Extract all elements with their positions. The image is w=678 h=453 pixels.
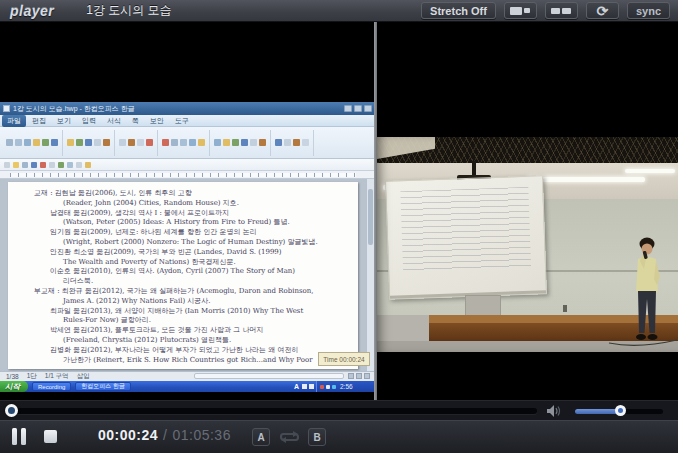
seek-thumb[interactable]: [5, 404, 18, 417]
ribbon-icon[interactable]: [42, 139, 49, 146]
ribbon-icon[interactable]: [128, 139, 135, 146]
player-logo: player: [10, 3, 54, 19]
repeat-a-button[interactable]: A: [252, 428, 270, 446]
screen-capture-video-pane[interactable]: 1강 도시의 모습.hwp - 한컴오피스 한글 파일편집보기입력서식쪽보안도구…: [0, 22, 374, 400]
ab-loop-icon[interactable]: [279, 430, 300, 444]
ribbon-icon[interactable]: [302, 139, 309, 146]
video-player-app: player 1강 도시의 모습 Stretch Off ⟳ sync 1강: [0, 0, 678, 453]
hwp-menu-tab-6[interactable]: 보안: [145, 115, 169, 127]
ribbon-icon[interactable]: [51, 139, 58, 146]
ribbon-icon[interactable]: [180, 139, 187, 146]
taskbar-task-1: 한컴오피스 한글: [75, 382, 131, 391]
tray-icon-red: [320, 385, 324, 389]
ribbon-icon[interactable]: [76, 139, 83, 146]
ime-icon: [302, 384, 307, 389]
ribbon-icon[interactable]: [162, 139, 169, 146]
ribbon-icon[interactable]: [259, 139, 266, 146]
document-line: 임기원 옮김(2009), 넌제로: 하나된 세계를 향한 인간 운명의 논리: [8, 228, 358, 238]
sync-button[interactable]: sync: [627, 2, 670, 19]
repeat-b-button[interactable]: B: [308, 428, 326, 446]
ribbon-icon[interactable]: [189, 139, 196, 146]
ribbon-icon[interactable]: [94, 139, 101, 146]
time-separator: /: [163, 427, 167, 443]
transport-row: 00:00:24 / 01:05:36 A B: [0, 420, 678, 453]
stop-button[interactable]: [44, 430, 57, 443]
volume-thumb[interactable]: [615, 405, 626, 416]
hwp-horizontal-scrollbar: [194, 373, 344, 379]
document-line: 이순호 옮김(2010), 인류의 역사. (Aydon, Cyril (200…: [8, 267, 358, 277]
ribbon-icon[interactable]: [198, 139, 205, 146]
document-line: 가난한가 (Reinert, Erik S. How Rich Countrie…: [8, 356, 358, 366]
hwp-menu-tab-7[interactable]: 도구: [170, 115, 194, 127]
hwp-titlebar: 1강 도시의 모습.hwp - 한컴오피스 한글: [0, 102, 374, 115]
layout-left-large-icon: [510, 7, 530, 15]
document-line: 교재 : 김현남 옮김(2006), 도시, 인류 최후의 고향: [8, 189, 358, 199]
hwp-quick-toolbar: [0, 159, 374, 171]
hwp-menubar: 파일편집보기입력서식쪽보안도구: [0, 115, 374, 127]
hwp-menu-tab-2[interactable]: 보기: [52, 115, 76, 127]
ribbon-icon[interactable]: [33, 139, 40, 146]
toolbar-icon[interactable]: [49, 162, 55, 168]
toolbar-icon[interactable]: [31, 162, 37, 168]
document-line: 최파일 옮김(2013), 왜 서양이 지배하는가 (Ian Morris (2…: [8, 307, 358, 317]
refresh-button[interactable]: ⟳: [586, 2, 619, 19]
windows-taskbar: 시작 Recording한컴오피스 한글 A 2:56: [0, 381, 374, 392]
ribbon-icon[interactable]: [250, 139, 257, 146]
ribbon-icon[interactable]: [223, 139, 230, 146]
pause-button[interactable]: [12, 428, 26, 445]
start-button: 시작: [0, 381, 28, 392]
reference-list: 교재 : 김현남 옮김(2006), 도시, 인류 최후의 고향(Reader,…: [8, 189, 358, 365]
hwp-page: 교재 : 김현남 옮김(2006), 도시, 인류 최후의 고향(Reader,…: [8, 182, 358, 369]
ribbon-icon[interactable]: [67, 139, 74, 146]
layout-equal-icon: [551, 8, 571, 14]
total-time: 01:05:36: [172, 427, 231, 443]
speaker-icon[interactable]: [546, 404, 564, 418]
hwp-menu-tab-3[interactable]: 입력: [77, 115, 101, 127]
ribbon-icon[interactable]: [241, 139, 248, 146]
ribbon-icon[interactable]: [24, 139, 31, 146]
toolbar-icon[interactable]: [85, 162, 91, 168]
hwp-view-icons: [348, 373, 370, 379]
layout-left-large-button[interactable]: [504, 2, 537, 19]
status-item: 1단: [27, 372, 37, 381]
toolbar-icon[interactable]: [13, 162, 19, 168]
pause-icon: [12, 428, 17, 445]
seek-bar[interactable]: [8, 408, 537, 414]
ribbon-icon[interactable]: [284, 139, 291, 146]
seek-volume-row: [0, 400, 678, 420]
ribbon-group-5: [271, 130, 314, 156]
ribbon-icon[interactable]: [15, 139, 22, 146]
toolbar-icon[interactable]: [40, 162, 46, 168]
ribbon-icon[interactable]: [293, 139, 300, 146]
toolbar-icon[interactable]: [76, 162, 82, 168]
ribbon-icon[interactable]: [146, 139, 153, 146]
refresh-icon: ⟳: [597, 4, 609, 18]
close-icon: [364, 105, 372, 112]
classroom-video-pane[interactable]: [377, 22, 678, 400]
fluorescent-light: [625, 169, 675, 173]
ribbon-icon[interactable]: [171, 139, 178, 146]
layout-equal-button[interactable]: [545, 2, 578, 19]
document-line: The Wealth and Poverty of Nations) 한국경제신…: [8, 258, 358, 268]
ribbon-icon[interactable]: [214, 139, 221, 146]
ribbon-icon[interactable]: [103, 139, 110, 146]
ribbon-icon[interactable]: [85, 139, 92, 146]
toolbar-icon[interactable]: [4, 162, 10, 168]
toolbar-icon[interactable]: [22, 162, 28, 168]
stretch-off-button[interactable]: Stretch Off: [421, 2, 496, 19]
hwp-menu-tab-5[interactable]: 쪽: [127, 115, 144, 127]
hwp-menu-tab-4[interactable]: 서식: [102, 115, 126, 127]
ribbon-icon[interactable]: [6, 139, 13, 146]
hwp-menu-tab-0[interactable]: 파일: [2, 115, 26, 127]
ribbon-icon[interactable]: [232, 139, 239, 146]
toolbar-icon[interactable]: [67, 162, 73, 168]
ribbon-icon[interactable]: [275, 139, 282, 146]
toolbar-icon[interactable]: [58, 162, 64, 168]
ribbon-icon[interactable]: [119, 139, 126, 146]
document-line: 리더스북.: [8, 277, 358, 287]
hwp-menu-tab-1[interactable]: 편집: [27, 115, 51, 127]
status-item: 1/38: [6, 373, 19, 380]
document-line: (Freeland, Chrystia (2012) Plutocrats) 열…: [8, 336, 358, 346]
ribbon-icon[interactable]: [137, 139, 144, 146]
hwp-window: 1강 도시의 모습.hwp - 한컴오피스 한글 파일편집보기입력서식쪽보안도구…: [0, 102, 374, 389]
